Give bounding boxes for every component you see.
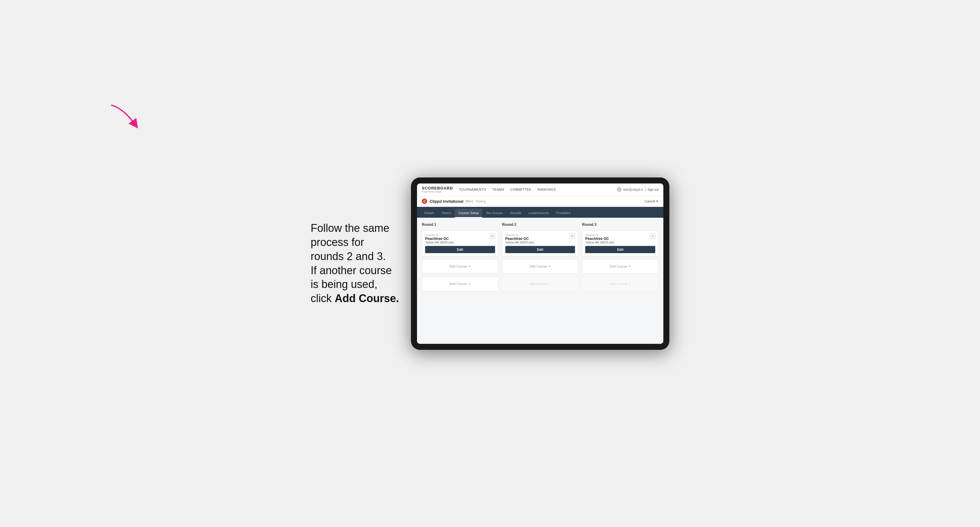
logo-title: SCOREBOARD [422,186,453,190]
sub-header-title: Clippd Invitational [430,199,464,203]
add-plus-icon-3a: + [628,264,631,268]
edit-course-button[interactable]: Edit [425,246,495,253]
add-plus-icon-2: + [468,281,471,286]
add-course-label-2b: Add Course [530,282,547,286]
add-course-card-3b: Add Course + [582,276,659,291]
tab-leaderboards[interactable]: Leaderboards [525,209,552,218]
course-detail-3: Yellow (M) (6629 yds) [585,241,614,244]
sub-header-hosting: Hosting [476,200,486,203]
annotation-line5: is being used, [311,278,377,290]
add-course-label-3b: Add Course [610,282,627,286]
annotation-line3: rounds 2 and 3. [311,250,386,262]
sub-header-logo: C [422,198,427,204]
top-nav-right: blair@clippd.io | Sign out [617,187,659,192]
round-1-course-card: (Course A) Peachtree GC Yellow (M) (6629… [422,230,498,256]
round-3-course-card: (Course A) Peachtree GC Yellow (M) (6629… [582,230,659,256]
add-plus-icon-3b: + [628,281,631,286]
remove-course-button-3[interactable]: ✕ [650,233,655,239]
tablet-screen: SCOREBOARD Powered by clippd TOURNAMENTS… [417,184,663,344]
course-detail: Yellow (M) (6629 yds) [425,241,454,244]
top-nav: SCOREBOARD Powered by clippd TOURNAMENTS… [417,184,663,196]
rounds-grid: Round 1 (Course A) Peachtree GC Yellow (… [422,222,659,291]
add-course-card-3a[interactable]: Add Course + [582,259,659,274]
round-3-column: Round 3 (Course A) Peachtree GC Yellow (… [582,222,659,291]
course-card-header-2: (Course A) Peachtree GC Yellow (M) (6629… [505,233,575,244]
scoreboard-logo: SCOREBOARD Powered by clippd [422,186,453,193]
remove-course-button[interactable]: ✕ [490,233,495,239]
edit-course-button-2[interactable]: Edit [505,246,575,253]
add-course-label-2a: Add Course [530,265,547,268]
round-1-title: Round 1 [422,222,498,227]
sub-header-badge: (Men) [465,200,473,203]
course-card-header-3: (Course A) Peachtree GC Yellow (M) (6629… [585,233,655,244]
top-nav-links: TOURNAMENTS TEAMS COMMITTEE RANKINGS [459,188,617,191]
main-content: Round 1 (Course A) Peachtree GC Yellow (… [417,218,663,344]
annotation-line6: click Add Course. [311,292,399,305]
add-course-card-1a[interactable]: Add Course + [422,259,498,274]
add-course-label-2: Add Course [449,282,467,286]
course-card-header: (Course A) Peachtree GC Yellow (M) (6629… [425,233,495,244]
add-plus-icon-2a: + [548,264,551,268]
round-3-title: Round 3 [582,222,659,227]
user-avatar [617,187,622,192]
sub-header: C Clippd Invitational (Men) Hosting Canc… [417,196,663,207]
annotation-line4: If another course [311,264,392,276]
logo-sub: Powered by clippd [422,190,453,193]
tab-teams[interactable]: Teams [438,209,455,218]
separator: | [645,188,646,191]
round-2-column: Round 2 (Course A) Peachtree GC Yellow (… [502,222,579,291]
annotation-line1: Follow the same [311,222,389,234]
tab-details[interactable]: Details [421,209,438,218]
add-course-card-2b: Add Course + [502,276,579,291]
tab-tee-groups[interactable]: Tee Groups [482,209,506,218]
nav-rankings[interactable]: RANKINGS [538,188,556,191]
annotation-text: Follow the same process for rounds 2 and… [311,221,399,306]
tab-printables[interactable]: Printables [552,209,574,218]
add-plus-icon: + [468,264,471,268]
add-plus-icon-2b: + [548,281,551,286]
tabs-bar: Details Teams Course Setup Tee Groups Re… [417,207,663,218]
annotation-arrow [108,102,144,132]
nav-committee[interactable]: COMMITTEE [511,188,532,191]
tablet-frame: SCOREBOARD Powered by clippd TOURNAMENTS… [411,178,669,350]
course-label-2: (Course A) [505,233,534,237]
nav-teams[interactable]: TEAMS [492,188,504,191]
tab-course-setup[interactable]: Course Setup [455,209,482,218]
page-wrapper: Follow the same process for rounds 2 and… [6,178,974,350]
round-2-title: Round 2 [502,222,579,227]
remove-course-button-2[interactable]: ✕ [570,233,575,239]
tab-results[interactable]: Results [506,209,525,218]
round-1-column: Round 1 (Course A) Peachtree GC Yellow (… [422,222,498,291]
course-name-2: Peachtree GC [505,237,534,241]
round-2-course-card: (Course A) Peachtree GC Yellow (M) (6629… [502,230,579,256]
edit-course-button-3[interactable]: Edit [585,246,655,253]
add-course-card-2a[interactable]: Add Course + [502,259,579,274]
course-detail-2: Yellow (M) (6629 yds) [505,241,534,244]
course-name: Peachtree GC [425,237,454,241]
sign-out-link[interactable]: Sign out [648,188,659,191]
course-label-3: (Course A) [585,233,614,237]
annotation-line2: process for [311,236,364,248]
cancel-button[interactable]: Cancel ✕ [645,199,659,203]
add-course-label: Add Course [449,265,467,268]
course-name-3: Peachtree GC [585,237,614,241]
user-email: blair@clippd.io [624,188,643,191]
add-course-label-3a: Add Course [610,265,627,268]
course-label: (Course A) [425,233,454,237]
add-course-card-1b[interactable]: Add Course + [422,276,498,291]
nav-tournaments[interactable]: TOURNAMENTS [459,188,486,191]
